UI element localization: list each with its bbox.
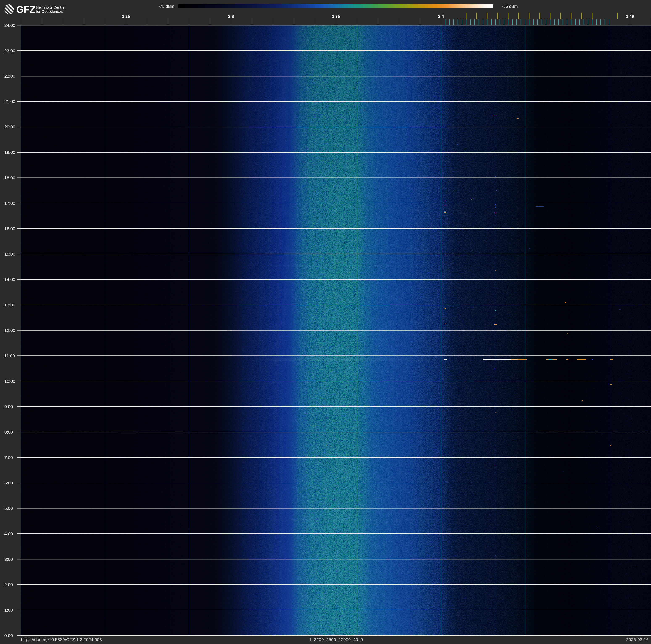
svg-text:19:00: 19:00 bbox=[4, 150, 16, 155]
svg-text:21:00: 21:00 bbox=[4, 99, 16, 104]
svg-text:2:00: 2:00 bbox=[4, 582, 13, 587]
svg-text:1_2200_2500_10000_40_0: 1_2200_2500_10000_40_0 bbox=[309, 637, 363, 642]
svg-text:4:00: 4:00 bbox=[4, 531, 13, 536]
svg-text:24:00: 24:00 bbox=[4, 23, 16, 28]
svg-text:2.3: 2.3 bbox=[228, 14, 234, 19]
svg-text:23:00: 23:00 bbox=[4, 48, 16, 53]
svg-text:-55 dBm: -55 dBm bbox=[502, 4, 518, 9]
svg-text:20:00: 20:00 bbox=[4, 124, 16, 129]
svg-text:15:00: 15:00 bbox=[4, 252, 16, 257]
svg-text:18:00: 18:00 bbox=[4, 175, 16, 180]
svg-text:12:00: 12:00 bbox=[4, 328, 16, 333]
svg-text:1:00: 1:00 bbox=[4, 608, 13, 612]
svg-text:8:00: 8:00 bbox=[4, 430, 13, 435]
svg-text:17:00: 17:00 bbox=[4, 201, 16, 206]
svg-text:16:00: 16:00 bbox=[4, 226, 16, 231]
svg-text:0:00: 0:00 bbox=[4, 633, 13, 638]
svg-text:2.25: 2.25 bbox=[122, 14, 130, 19]
svg-text:9:00: 9:00 bbox=[4, 404, 13, 409]
svg-text:-75 dBm: -75 dBm bbox=[158, 4, 174, 9]
svg-text:5:00: 5:00 bbox=[4, 506, 13, 511]
svg-text:2.49: 2.49 bbox=[626, 14, 634, 19]
svg-text:14:00: 14:00 bbox=[4, 277, 16, 282]
svg-text:10:00: 10:00 bbox=[4, 379, 16, 384]
svg-text:11:00: 11:00 bbox=[4, 353, 15, 358]
svg-text:3:00: 3:00 bbox=[4, 557, 13, 562]
svg-text:https://doi.org/10.5880/GFZ.1.: https://doi.org/10.5880/GFZ.1.2.2024.003 bbox=[21, 637, 102, 642]
svg-text:7:00: 7:00 bbox=[4, 455, 13, 460]
svg-text:2026-03-16: 2026-03-16 bbox=[626, 637, 649, 642]
svg-text:Helmholtz Centre: Helmholtz Centre bbox=[36, 5, 64, 9]
svg-text:13:00: 13:00 bbox=[4, 302, 16, 307]
svg-text:2.35: 2.35 bbox=[332, 14, 340, 19]
svg-text:for Geosciences: for Geosciences bbox=[36, 9, 63, 14]
svg-text:22:00: 22:00 bbox=[4, 74, 16, 79]
svg-text:GFZ: GFZ bbox=[16, 4, 35, 15]
svg-text:6:00: 6:00 bbox=[4, 480, 13, 485]
svg-text:2.4: 2.4 bbox=[438, 14, 444, 19]
